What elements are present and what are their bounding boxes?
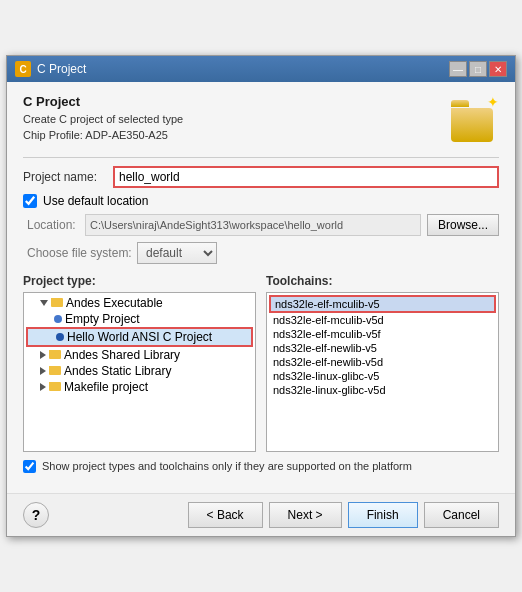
use-default-location-label: Use default location <box>43 194 148 208</box>
title-controls: — □ ✕ <box>449 61 507 77</box>
filesystem-label: Choose file system: <box>27 246 137 260</box>
folder-bg <box>451 108 493 142</box>
minimize-button[interactable]: — <box>449 61 467 77</box>
folder-body <box>49 350 61 359</box>
section-desc1: Create C project of selected type <box>23 112 183 127</box>
arrow-right-icon <box>40 351 46 359</box>
toolchain-item-5[interactable]: nds32le-linux-glibc-v5 <box>269 369 496 383</box>
toolchain-item-2[interactable]: nds32le-elf-mculib-v5f <box>269 327 496 341</box>
location-label: Location: <box>27 218 85 232</box>
section-title: C Project <box>23 94 183 109</box>
toolchain-item-0[interactable]: nds32le-elf-mculib-v5 <box>269 295 496 313</box>
tree-item-label: Andes Executable <box>66 296 163 310</box>
finish-button[interactable]: Finish <box>348 502 418 528</box>
folder-body <box>51 298 63 307</box>
help-button[interactable]: ? <box>23 502 49 528</box>
tree-item-label: Hello World ANSI C Project <box>67 330 212 344</box>
header-divider <box>23 157 499 158</box>
dot-icon <box>54 315 62 323</box>
nav-buttons: < Back Next > Finish Cancel <box>188 502 499 528</box>
filesystem-select[interactable]: default <box>137 242 217 264</box>
app-icon: C <box>15 61 31 77</box>
title-bar: C C Project — □ ✕ <box>7 56 515 82</box>
tree-item-label: Andes Shared Library <box>64 348 180 362</box>
arrow-down-icon <box>40 300 48 306</box>
folder-icon <box>49 366 61 375</box>
location-row: Location: Browse... <box>23 214 499 236</box>
tree-item-hello-world[interactable]: Hello World ANSI C Project <box>26 327 253 347</box>
bottom-bar: ? < Back Next > Finish Cancel <box>7 493 515 536</box>
show-supported-checkbox-row: Show project types and toolchains only i… <box>23 460 499 473</box>
sparkle-icon: ✦ <box>487 94 499 110</box>
folder-icon <box>51 298 63 307</box>
tree-item-label: Empty Project <box>65 312 140 326</box>
tree-item-static-lib[interactable]: Andes Static Library <box>26 363 253 379</box>
tree-item-label: Makefile project <box>64 380 148 394</box>
project-type-col: Project type: Andes Executable Empty Pro… <box>23 274 256 452</box>
toolchains-col: Toolchains: nds32le-elf-mculib-v5 nds32l… <box>266 274 499 452</box>
header-text: C Project Create C project of selected t… <box>23 94 183 143</box>
tree-item-makefile[interactable]: Makefile project <box>26 379 253 395</box>
toolchain-item-6[interactable]: nds32le-linux-glibc-v5d <box>269 383 496 397</box>
project-type-label: Project type: <box>23 274 256 288</box>
toolchains-label: Toolchains: <box>266 274 499 288</box>
folder-body <box>49 382 61 391</box>
use-default-location-checkbox[interactable] <box>23 194 37 208</box>
folder-icon <box>49 350 61 359</box>
project-name-input[interactable] <box>113 166 499 188</box>
folder-tab <box>451 100 469 107</box>
dot-icon <box>56 333 64 341</box>
show-supported-label: Show project types and toolchains only i… <box>42 460 412 472</box>
toolchain-item-4[interactable]: nds32le-elf-newlib-v5d <box>269 355 496 369</box>
maximize-button[interactable]: □ <box>469 61 487 77</box>
show-supported-checkbox[interactable] <box>23 460 36 473</box>
project-type-tree[interactable]: Andes Executable Empty Project Hello Wor… <box>23 292 256 452</box>
c-project-dialog: C C Project — □ ✕ C Project Create C pro… <box>6 55 516 537</box>
toolchain-item-3[interactable]: nds32le-elf-newlib-v5 <box>269 341 496 355</box>
section-desc2: Chip Profile: ADP-AE350-A25 <box>23 128 183 143</box>
two-column-area: Project type: Andes Executable Empty Pro… <box>23 274 499 452</box>
tree-item-empty-project[interactable]: Empty Project <box>26 311 253 327</box>
header-icon: ✦ <box>451 94 499 142</box>
tree-item-shared-lib[interactable]: Andes Shared Library <box>26 347 253 363</box>
cancel-button[interactable]: Cancel <box>424 502 499 528</box>
title-bar-left: C C Project <box>15 61 86 77</box>
back-button[interactable]: < Back <box>188 502 263 528</box>
dialog-body: C Project Create C project of selected t… <box>7 82 515 493</box>
filesystem-row: Choose file system: default <box>23 242 499 264</box>
folder-body <box>49 366 61 375</box>
tree-item-andes-executable[interactable]: Andes Executable <box>26 295 253 311</box>
location-input[interactable] <box>85 214 421 236</box>
tree-item-label: Andes Static Library <box>64 364 171 378</box>
arrow-right-icon <box>40 367 46 375</box>
folder-icon <box>49 382 61 391</box>
toolchains-list[interactable]: nds32le-elf-mculib-v5 nds32le-elf-mculib… <box>266 292 499 452</box>
header-area: C Project Create C project of selected t… <box>23 94 499 143</box>
project-name-label: Project name: <box>23 170 113 184</box>
project-name-row: Project name: <box>23 166 499 188</box>
toolchain-item-1[interactable]: nds32le-elf-mculib-v5d <box>269 313 496 327</box>
browse-button[interactable]: Browse... <box>427 214 499 236</box>
arrow-right-icon <box>40 383 46 391</box>
title-bar-text: C Project <box>37 62 86 76</box>
next-button[interactable]: Next > <box>269 502 342 528</box>
use-default-location-row: Use default location <box>23 194 499 208</box>
close-button[interactable]: ✕ <box>489 61 507 77</box>
